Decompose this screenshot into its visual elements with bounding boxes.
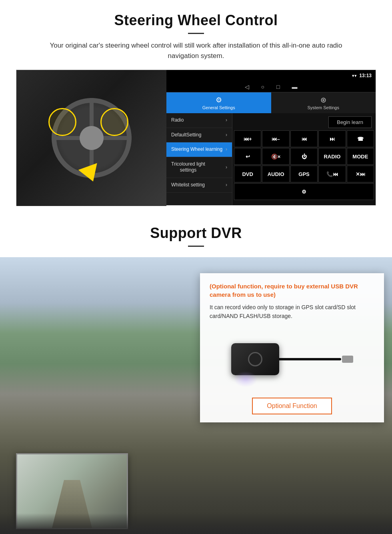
begin-learn-button[interactable]: Begin learn	[328, 116, 372, 128]
ctrl-btn-misc[interactable]: ⚙	[234, 183, 374, 200]
ctrl-btn-power[interactable]: ⏻	[290, 148, 318, 165]
steering-section: Steering Wheel Control Your original car…	[0, 0, 392, 214]
settings-tabs: ⚙ General Settings ⊛ System Settings	[166, 92, 376, 113]
dvr-description: It can record video only to storage in G…	[210, 303, 374, 321]
dvr-device-image	[210, 327, 374, 391]
status-time: 13:13	[359, 73, 372, 78]
optional-function-button[interactable]: Optional Function	[252, 398, 332, 414]
dvr-title-area: Support DVR	[0, 214, 392, 257]
ctrl-btn-dvd[interactable]: DVD	[234, 166, 261, 182]
ctrl-btn-gps[interactable]: GPS	[290, 166, 318, 182]
menu-item-swlearning-label: Steering Wheel learning	[171, 146, 222, 153]
android-ui: ▾▾ 13:13 ◁ ○ □ ▬ ⚙ General Settings ⊛ Sy…	[166, 70, 376, 205]
dvr-section: Support DVR (Optional function, require …	[0, 214, 392, 534]
tab-system-label: System Settings	[308, 105, 339, 110]
highlight-left	[48, 108, 76, 136]
menu-arrow-tricoloured: ›	[226, 164, 227, 171]
ui-demo: ▾▾ 13:13 ◁ ○ □ ▬ ⚙ General Settings ⊛ Sy…	[16, 70, 376, 206]
ctrl-top-row: Begin learn	[234, 115, 374, 130]
ctrl-btn-vol-up[interactable]: ⏮+	[234, 130, 261, 147]
title-divider	[188, 33, 204, 34]
ctrl-btn-phone[interactable]: ☎	[347, 130, 374, 147]
tab-general[interactable]: ⚙ General Settings	[166, 92, 271, 113]
menu-list: Radio › DefaultSetting › Steering Wheel …	[166, 113, 232, 205]
menu-item-whitelist[interactable]: Whitelist setting ›	[166, 178, 232, 193]
ctrl-row-3: DVD AUDIO GPS 📞⏮ ✕⏭	[234, 166, 374, 182]
ctrl-btn-next[interactable]: ⏭	[318, 130, 346, 147]
system-settings-icon: ⊛	[320, 96, 326, 104]
menu-arrow-swlearning: ›	[226, 146, 227, 153]
menu-item-radio[interactable]: Radio ›	[166, 113, 232, 128]
ctrl-btn-close-next[interactable]: ✕⏭	[347, 166, 374, 182]
dashboard-overlay	[0, 513, 392, 534]
menu-arrow-whitelist: ›	[226, 182, 227, 188]
tab-general-label: General Settings	[202, 105, 235, 110]
usb-connector	[342, 356, 353, 363]
signal-icon: ▾▾	[352, 73, 357, 78]
menu-item-tricoloured-label: Tricoloured lightsettings	[171, 161, 205, 174]
menu-arrow-default: ›	[226, 132, 227, 138]
menu-item-tricoloured[interactable]: Tricoloured lightsettings ›	[166, 157, 232, 178]
menu-item-defaultsetting[interactable]: DefaultSetting ›	[166, 128, 232, 143]
ctrl-btn-mode[interactable]: MODE	[347, 148, 374, 165]
menu-content: Radio › DefaultSetting › Steering Wheel …	[166, 113, 376, 205]
dvr-info-card: (Optional function, require to buy exter…	[200, 273, 384, 422]
recent-nav-icon[interactable]: □	[276, 84, 280, 90]
dvr-background: (Optional function, require to buy exter…	[0, 257, 392, 534]
highlight-right	[100, 108, 128, 136]
ctrl-btn-mute[interactable]: 🔇×	[262, 148, 289, 165]
menu-arrow-radio: ›	[226, 117, 227, 124]
ctrl-btn-phone-prev[interactable]: 📞⏮	[318, 166, 346, 182]
ctrl-row-4: ⚙	[234, 183, 374, 200]
dvr-title: Support DVR	[16, 225, 376, 242]
ctrl-btn-hangup[interactable]: ↩	[234, 148, 261, 165]
dvr-light-effect	[234, 371, 258, 387]
ctrl-btn-vol-down[interactable]: ⏮–	[262, 130, 289, 147]
ctrl-row-2: ↩ 🔇× ⏻ RADIO MODE	[234, 148, 374, 165]
steering-title: Steering Wheel Control	[16, 12, 376, 29]
ctrl-btn-prev[interactable]: ⏮	[290, 130, 318, 147]
steering-wheel-image	[16, 70, 166, 206]
nav-bar: ◁ ○ □ ▬	[166, 81, 376, 92]
control-panel: Begin learn ⏮+ ⏮– ⏮ ⏭ ☎ ↩ 🔇× ⏻ RADIO	[232, 113, 376, 205]
dvr-camera-device	[231, 343, 279, 375]
general-settings-icon: ⚙	[216, 96, 222, 104]
menu-item-defaultsetting-label: DefaultSetting	[171, 132, 201, 138]
menu-item-radio-label: Radio	[171, 117, 184, 124]
ctrl-btn-audio[interactable]: AUDIO	[262, 166, 289, 182]
menu-item-swlearning[interactable]: Steering Wheel learning ›	[166, 142, 232, 157]
ctrl-row-1: ⏮+ ⏮– ⏮ ⏭ ☎	[234, 130, 374, 147]
android-statusbar: ▾▾ 13:13	[166, 70, 376, 81]
steering-subtitle: Your original car's steering wheel contr…	[36, 40, 356, 61]
home-nav-icon[interactable]: ○	[261, 84, 264, 90]
ctrl-btn-radio[interactable]: RADIO	[318, 148, 346, 165]
optional-text: (Optional function, require to buy exter…	[210, 282, 374, 299]
back-nav-icon[interactable]: ◁	[245, 84, 249, 90]
tab-system[interactable]: ⊛ System Settings	[271, 92, 376, 113]
menu-item-whitelist-label: Whitelist setting	[171, 182, 205, 188]
menu-nav-icon[interactable]: ▬	[292, 84, 297, 90]
dvr-title-divider	[188, 246, 204, 247]
sw-hub	[80, 126, 104, 150]
dvr-cable	[277, 358, 341, 360]
